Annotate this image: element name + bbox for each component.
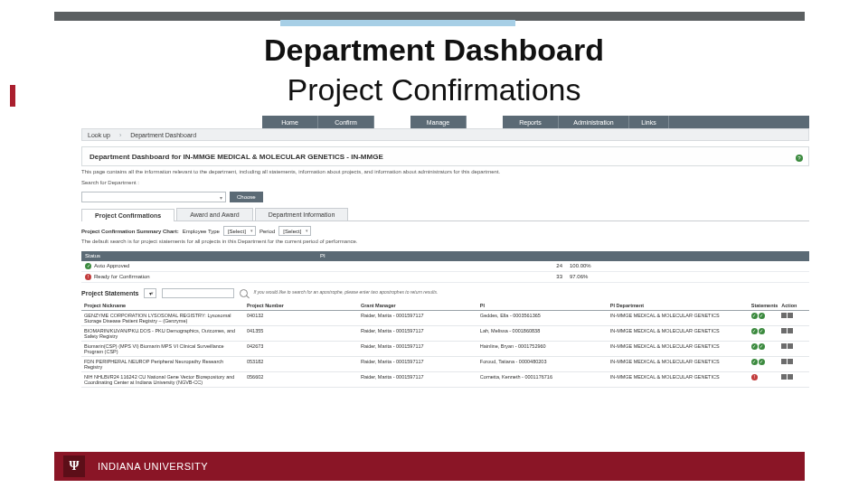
- cell-nickname[interactable]: BIOMARIN/KUVAN/PKU.DOS - PKU Demographic…: [81, 325, 244, 341]
- cell-spacer: [304, 371, 358, 387]
- action-icon[interactable]: [781, 374, 787, 380]
- cell-pi: Foroud, Tatiana - 0000480203: [477, 356, 608, 371]
- th-action[interactable]: Action: [778, 301, 809, 311]
- check-icon: ✓: [759, 343, 765, 350]
- menu-confirm[interactable]: Confirm: [318, 116, 374, 128]
- page-title: Department Dashboard for IN-MMGE MEDICAL…: [90, 153, 801, 162]
- action-icon[interactable]: [781, 359, 787, 364]
- cell-pi-department: IN-MMGE MEDICAL & MOLECULAR GENETICS: [608, 341, 749, 356]
- cell-grant-manager: Raider, Marita - 0001597117: [358, 310, 477, 325]
- search-label: Search for Department :: [81, 180, 809, 187]
- summary-controls: Project Confirmation Summary Chart: Empl…: [81, 226, 809, 236]
- summary-note: The default search is for project statem…: [81, 239, 809, 246]
- dept-select[interactable]: ▾: [81, 192, 226, 202]
- check-icon: ✓: [751, 359, 758, 365]
- cell-action[interactable]: [778, 325, 809, 341]
- check-icon: ✓: [759, 359, 765, 365]
- th-pi[interactable]: PI: [477, 301, 608, 311]
- app-screenshot: Home Confirm Manage Reports Administrati…: [81, 116, 809, 443]
- filter-type-select[interactable]: ▾: [144, 288, 156, 298]
- action-icon[interactable]: [788, 313, 793, 318]
- status-label: Ready for Confirmation: [94, 274, 150, 279]
- cell-pi-department: IN-MMGE MEDICAL & MOLECULAR GENETICS: [608, 310, 749, 325]
- cell-pi: Geddes, Ella - 0003561365: [477, 310, 608, 325]
- page-header-panel: Department Dashboard for IN-MMGE MEDICAL…: [81, 146, 809, 166]
- cell-statements: ✓✓: [749, 341, 779, 356]
- table-row: BIOMARIN/KUVAN/PKU.DOS - PKU Demographic…: [81, 325, 809, 341]
- cell-project-number: 056602: [244, 371, 304, 387]
- status-label: Auto Approved: [94, 263, 129, 268]
- menu-home[interactable]: Home: [262, 116, 318, 128]
- crumb-lookup[interactable]: Look up: [88, 132, 110, 138]
- action-icon[interactable]: [788, 359, 793, 364]
- cell-nickname[interactable]: NIH NHLBI/R24 116242 CU National Gene Ve…: [81, 371, 244, 387]
- action-icon[interactable]: [781, 313, 787, 318]
- cell-statements: ✓✓: [749, 325, 779, 341]
- cell-action[interactable]: [778, 356, 809, 371]
- cell-grant-manager: Raider, Marita - 0001597117: [358, 325, 477, 341]
- status-pct: 97.06%: [570, 274, 624, 279]
- action-icon[interactable]: [788, 374, 793, 380]
- help-icon[interactable]: ?: [796, 155, 803, 162]
- menu-links[interactable]: Links: [629, 116, 669, 128]
- cell-grant-manager: Raider, Marita - 0001597117: [358, 371, 477, 387]
- cell-action[interactable]: [778, 371, 809, 387]
- etype-select[interactable]: [Select]: [223, 226, 256, 236]
- main-menu: Home Confirm Manage Reports Administrati…: [81, 116, 809, 128]
- table-row: NIH NHLBI/R24 116242 CU National Gene Ve…: [81, 371, 809, 387]
- period-select[interactable]: [Select]: [278, 226, 311, 236]
- page-description: This page contains all the information r…: [81, 169, 809, 176]
- status-pct: 100.00%: [570, 263, 624, 268]
- project-statements-header: Project Statements ▾ If you would like t…: [81, 288, 809, 298]
- status-table-header: Status PI: [81, 251, 809, 261]
- cell-statements: ✓✓: [749, 356, 779, 371]
- action-icon[interactable]: [788, 343, 793, 349]
- action-icon[interactable]: [781, 343, 787, 349]
- tab-dept-info[interactable]: Department Information: [255, 208, 349, 221]
- cell-nickname[interactable]: FDN PERIPHERAL NEUROP Peripheral Neuropa…: [81, 356, 244, 371]
- th-project-number[interactable]: Project Number: [244, 301, 304, 311]
- table-header-row: Project Nickname Project Number Grant Ma…: [81, 301, 809, 311]
- slide-title-2: Project Confirmations: [0, 72, 868, 108]
- th-statements[interactable]: Statements: [749, 301, 779, 311]
- menu-administration[interactable]: Administration: [559, 116, 629, 128]
- cell-pi: Hainline, Bryan - 0001752960: [477, 341, 608, 356]
- th-grant-manager[interactable]: Grant Manager: [358, 301, 477, 311]
- cell-project-number: 041355: [244, 325, 304, 341]
- action-icon[interactable]: [781, 328, 787, 333]
- th-nickname[interactable]: Project Nickname: [81, 301, 244, 311]
- menu-manage[interactable]: Manage: [410, 116, 467, 128]
- menu-reports[interactable]: Reports: [503, 116, 559, 128]
- cell-nickname[interactable]: Biomarin(CSP) (MPS VI) Biomarin MPS VI C…: [81, 341, 244, 356]
- period-label: Period: [259, 229, 275, 234]
- cell-statements: !: [749, 371, 779, 387]
- cell-grant-manager: Raider, Marita - 0001597117: [358, 356, 477, 371]
- cell-action[interactable]: [778, 341, 809, 356]
- status-row-ready: ! Ready for Confirmation 33 97.06%: [81, 272, 809, 283]
- alert-icon: !: [85, 274, 91, 280]
- tab-award[interactable]: Award and Award: [176, 208, 253, 221]
- crumb-sep: ›: [119, 132, 121, 138]
- summary-label: Project Confirmation Summary Chart:: [81, 229, 179, 234]
- tab-project-confirmations[interactable]: Project Confirmations: [81, 209, 175, 221]
- search-icon[interactable]: [240, 289, 248, 297]
- action-icon[interactable]: [788, 328, 793, 333]
- table-row: Biomarin(CSP) (MPS VI) Biomarin MPS VI C…: [81, 341, 809, 356]
- cell-pi-department: IN-MMGE MEDICAL & MOLECULAR GENETICS: [608, 325, 749, 341]
- filter-input[interactable]: [162, 288, 234, 298]
- check-icon: ✓: [751, 343, 758, 350]
- breadcrumb: Look up › Department Dashboard: [81, 128, 809, 141]
- cell-spacer: [304, 341, 358, 356]
- dept-search-row: ▾ Choose: [81, 192, 809, 202]
- check-icon: ✓: [759, 328, 765, 334]
- crumb-dept-dashboard[interactable]: Department Dashboard: [130, 132, 196, 138]
- dashboard-tabs: Project Confirmations Award and Award De…: [81, 208, 809, 221]
- cell-spacer: [304, 310, 358, 325]
- cell-action[interactable]: [778, 310, 809, 325]
- cell-grant-manager: Raider, Marita - 0001597117: [358, 341, 477, 356]
- cell-pi: Cornetta, Kenneth - 0001176716: [477, 371, 608, 387]
- cell-spacer: [304, 356, 358, 371]
- choose-button[interactable]: Choose: [230, 192, 263, 202]
- th-pi-department[interactable]: PI Department: [608, 301, 749, 311]
- cell-nickname[interactable]: GENZYME CORPORATION LYSOSOMAL REGISTRY: …: [81, 310, 244, 325]
